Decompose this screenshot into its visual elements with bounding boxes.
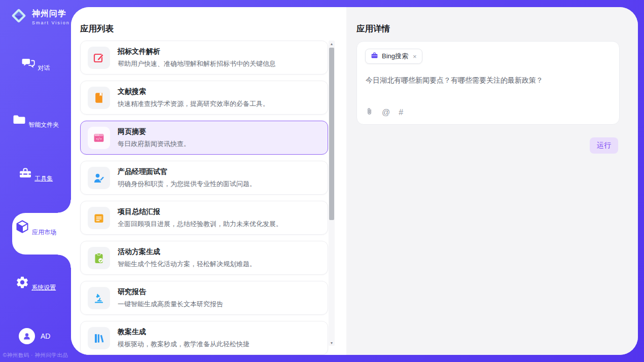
tool-tag-label: Bing搜索 <box>382 52 408 61</box>
folder-icon <box>12 120 28 128</box>
app-name: 教案生成 <box>118 328 249 337</box>
tool-tag-bing-search[interactable]: Bing搜索 × <box>365 49 422 64</box>
main-content: 应用列表 招标文件解析 帮助用户快速、准确地理解和解析招标书中的关键信息 <box>71 7 638 355</box>
sidebar-item-settings[interactable]: 系统设置 <box>0 275 71 292</box>
app-name: 项目总结汇报 <box>118 207 282 216</box>
at-mention-icon[interactable]: @ <box>382 108 390 117</box>
hash-tag-icon[interactable]: # <box>399 108 403 117</box>
brand-name: 神州问学 <box>32 9 70 19</box>
book-icon <box>88 87 110 109</box>
sidebar-item-toolset[interactable]: 工具集 <box>0 166 71 183</box>
books-icon <box>88 327 110 349</box>
attachment-toolbar: @ # <box>366 107 403 118</box>
app-detail-title: 应用详情 <box>356 23 390 34</box>
app-card-research-report[interactable]: 研究报告 一键智能生成高质量长文本研究报告 <box>80 281 328 315</box>
microscope-icon <box>88 287 110 309</box>
browser-code-icon: </> <box>88 127 110 149</box>
sidebar-item-label: 系统设置 <box>31 283 56 292</box>
avatar <box>19 328 35 344</box>
app-desc: 全面回顾项目进展，总结经验教训，助力未来优化发展。 <box>118 220 282 229</box>
app-list-panel: 应用列表 招标文件解析 帮助用户快速、准确地理解和解析招标书中的关键信息 <box>71 7 346 355</box>
app-name: 招标文件解析 <box>118 47 276 56</box>
app-name: 网页摘要 <box>118 127 190 136</box>
app-desc: 帮助用户快速、准确地理解和解析招标书中的关键信息 <box>118 59 276 68</box>
app-desc: 模板驱动，教案秒成，教学准备从此轻松快捷 <box>118 340 249 349</box>
sidebar-item-smart-folders[interactable]: 智能文件夹 <box>0 113 71 129</box>
briefcase-icon <box>371 52 378 61</box>
scrollbar-thumb[interactable] <box>329 48 334 220</box>
brand-tagline: Smart Vision <box>32 20 70 25</box>
scroll-up-icon[interactable]: ▲ <box>329 41 335 47</box>
app-card-list: 招标文件解析 帮助用户快速、准确地理解和解析招标书中的关键信息 文献搜索 快速精… <box>80 41 328 355</box>
svg-text:</>: </> <box>96 137 102 141</box>
app-card-web-summary[interactable]: </> 网页摘要 每日政府新闻资讯快查。 <box>80 121 328 155</box>
scroll-down-icon[interactable]: ▼ <box>329 340 335 346</box>
toolbox-icon <box>18 173 34 182</box>
interviewer-icon <box>88 167 110 189</box>
app-name: 活动方案生成 <box>118 247 256 257</box>
clipboard-check-icon <box>88 247 110 269</box>
user-initials: AD <box>41 332 50 340</box>
app-desc: 明确身份和职责，为您提供专业性的面试问题。 <box>118 179 256 189</box>
pen-square-icon <box>88 47 110 69</box>
app-card-lesson-plan[interactable]: 教案生成 模板驱动，教案秒成，教学准备从此轻松快捷 <box>80 321 328 355</box>
close-icon[interactable]: × <box>413 53 417 60</box>
user-account[interactable]: AD <box>19 328 50 344</box>
app-card-bid-parse[interactable]: 招标文件解析 帮助用户快速、准确地理解和解析招标书中的关键信息 <box>80 41 328 75</box>
app-card-literature-search[interactable]: 文献搜索 快速精准查找学术资源，提高研究效率的必备工具。 <box>80 81 328 115</box>
app-card-project-summary[interactable]: 项目总结汇报 全面回顾项目进展，总结经验教训，助力未来优化发展。 <box>80 201 328 235</box>
app-name: 产品经理面试官 <box>118 167 256 176</box>
app-detail-panel: 应用详情 Bing搜索 × 今日湖北有哪些新闻要点？有哪些需要关注的最新政策？ <box>346 7 638 355</box>
app-desc: 快速精准查找学术资源，提高研究效率的必备工具。 <box>118 99 269 108</box>
brand-diamond-icon <box>9 6 28 27</box>
sidebar-item-label: 智能文件夹 <box>28 121 59 129</box>
sidebar: 神州问学 Smart Vision 对话 智能文件夹 <box>0 0 71 362</box>
sidebar-item-label: 应用市场 <box>32 228 56 237</box>
gear-icon <box>15 282 31 291</box>
cube-icon <box>15 227 32 236</box>
sidebar-item-label: 工具集 <box>34 174 53 183</box>
paperclip-icon[interactable] <box>366 107 373 118</box>
sidebar-item-label: 对话 <box>38 64 50 73</box>
list-scrollbar[interactable]: ▲ ▼ <box>329 41 335 346</box>
app-desc: 一键智能生成高质量长文本研究报告 <box>118 300 223 309</box>
run-button[interactable]: 运行 <box>590 137 618 154</box>
sidebar-item-app-market[interactable]: 应用市场 <box>0 219 71 237</box>
app-desc: 每日政府新闻资讯快查。 <box>118 139 190 149</box>
sidebar-item-chat[interactable]: 对话 <box>0 56 71 73</box>
query-text[interactable]: 今日湖北有哪些新闻要点？有哪些需要关注的最新政策？ <box>366 76 611 85</box>
copyright-text: ©神州数码 · 神州问学出品 <box>0 352 71 359</box>
brand-logo: 神州问学 Smart Vision <box>9 6 70 27</box>
app-list-title: 应用列表 <box>80 23 114 34</box>
app-card-pm-interviewer[interactable]: 产品经理面试官 明确身份和职责，为您提供专业性的面试问题。 <box>80 161 328 195</box>
app-card-event-plan[interactable]: 活动方案生成 智能生成个性化活动方案，轻松解决规划难题。 <box>80 241 328 275</box>
chat-icon <box>21 63 38 71</box>
query-input-card[interactable]: Bing搜索 × 今日湖北有哪些新闻要点？有哪些需要关注的最新政策？ @ # <box>356 41 620 125</box>
app-name: 文献搜索 <box>118 87 269 96</box>
app-name: 研究报告 <box>118 287 223 297</box>
app-desc: 智能生成个性化活动方案，轻松解决规划难题。 <box>118 260 256 269</box>
report-calendar-icon <box>88 207 110 229</box>
